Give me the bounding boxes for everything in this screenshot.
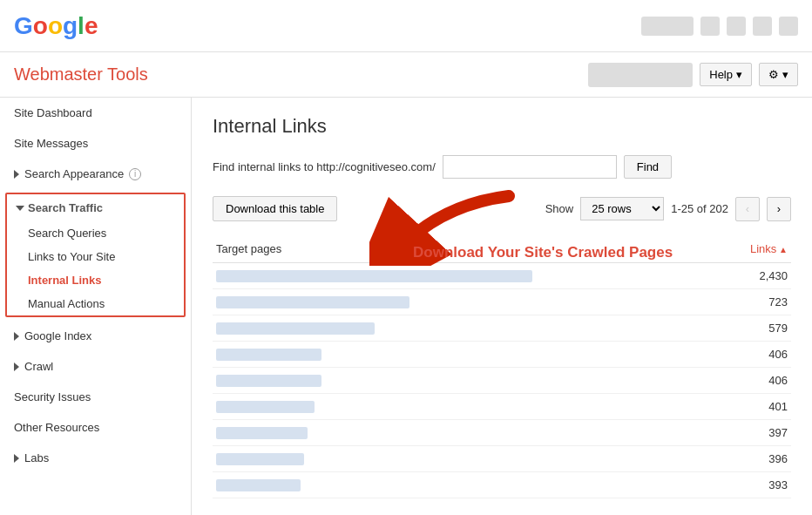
table-cell-url — [213, 472, 571, 498]
sidebar-item-google-index[interactable]: Google Index — [0, 321, 191, 351]
pagination-controls: Show 25 rows 1-25 of 202 ‹ › — [545, 197, 791, 221]
sidebar-sub-search-queries[interactable]: Search Queries — [7, 221, 184, 245]
sidebar-item-dashboard[interactable]: Site Dashboard — [0, 98, 191, 128]
sidebar-item-search-traffic[interactable]: Search Traffic — [7, 194, 184, 221]
logo-o2: o — [48, 12, 63, 40]
table-cell-url — [213, 342, 571, 368]
table-cell-links: 401 — [571, 394, 791, 420]
header-icon-2 — [727, 17, 746, 36]
show-label: Show — [545, 202, 574, 215]
download-table-button[interactable]: Download this table — [213, 196, 337, 221]
annotation-text: Download Your Site's Crawled Pages — [413, 244, 673, 261]
table-row: 723 — [213, 289, 791, 315]
table-row: 393 — [213, 472, 791, 498]
table-row: 401 — [213, 394, 791, 420]
table-cell-links: 2,430 — [571, 263, 791, 289]
table-cell-url — [213, 368, 571, 394]
triangle-down-icon — [16, 206, 24, 211]
table-row: 2,430 — [213, 263, 791, 289]
table-cell-links: 406 — [571, 342, 791, 368]
sidebar-item-other-resources[interactable]: Other Resources — [0, 412, 191, 443]
sidebar-sub-internal-links[interactable]: Internal Links — [7, 268, 184, 292]
table-cell-links: 393 — [571, 472, 791, 498]
header-avatar — [641, 17, 694, 36]
gear-icon: ⚙ — [768, 68, 779, 81]
info-icon: i — [129, 168, 141, 180]
sidebar-sub-links-to-site[interactable]: Links to Your Site — [7, 245, 184, 268]
labs-triangle-icon — [14, 454, 19, 463]
sidebar-item-search-appearance[interactable]: Search Appearance i — [0, 159, 191, 189]
subheader-right: Help ▾ ⚙ ▾ — [588, 63, 798, 87]
prev-page-button[interactable]: ‹ — [735, 197, 760, 221]
triangle-right-icon — [14, 170, 19, 179]
logo-g2: g — [63, 12, 78, 40]
find-label: Find internal links to http://cognitives… — [213, 160, 436, 173]
logo-g: G — [14, 12, 33, 40]
table-cell-links: 396 — [571, 446, 791, 472]
subheader: Webmaster Tools Help ▾ ⚙ ▾ — [0, 52, 812, 98]
google-index-triangle-icon — [14, 332, 19, 341]
table-row: 396 — [213, 446, 791, 472]
table-cell-links: 723 — [571, 289, 791, 315]
page-title: Internal Links — [213, 115, 791, 138]
sidebar: Site Dashboard Site Messages Search Appe… — [0, 98, 192, 515]
sidebar-section-search-traffic: Search Traffic Search Queries Links to Y… — [5, 193, 186, 317]
table-row: 579 — [213, 315, 791, 342]
page-info: 1-25 of 202 — [671, 202, 728, 215]
webmaster-tools-title: Webmaster Tools — [14, 64, 148, 85]
find-button[interactable]: Find — [624, 155, 672, 179]
table-cell-url — [213, 420, 571, 446]
table-cell-links: 406 — [571, 368, 791, 394]
rows-per-page-select[interactable]: 25 rows — [580, 197, 664, 220]
sidebar-sub-manual-actions[interactable]: Manual Actions — [7, 292, 184, 315]
internal-links-table: Target pages Links 2,4307235794064064013… — [213, 235, 791, 498]
table-cell-links: 397 — [571, 420, 791, 446]
table-cell-url — [213, 446, 571, 472]
layout: Site Dashboard Site Messages Search Appe… — [0, 98, 812, 515]
next-page-button[interactable]: › — [767, 197, 791, 221]
sidebar-item-labs[interactable]: Labs — [0, 443, 191, 473]
logo-l: l — [78, 12, 85, 40]
find-links-row: Find internal links to http://cognitives… — [213, 155, 791, 179]
crawl-triangle-icon — [14, 363, 19, 371]
header-icon-1 — [700, 17, 720, 36]
logo-o1: o — [33, 12, 48, 40]
header-right — [641, 17, 798, 36]
sidebar-item-messages[interactable]: Site Messages — [0, 128, 191, 159]
logo-e: e — [85, 12, 98, 40]
header-icon-3 — [753, 17, 772, 36]
table-cell-url — [213, 289, 571, 315]
table-cell-url — [213, 315, 571, 342]
header-icon-4 — [779, 17, 798, 36]
table-cell-url — [213, 394, 571, 420]
table-row: 397 — [213, 420, 791, 446]
table-row: 406 — [213, 368, 791, 394]
sidebar-item-security[interactable]: Security Issues — [0, 382, 191, 412]
main-content: Internal Links Find internal links to ht… — [192, 98, 812, 515]
account-search — [588, 63, 693, 87]
settings-chevron-icon: ▾ — [782, 68, 788, 81]
table-row: 406 — [213, 342, 791, 368]
google-logo: Google — [14, 12, 98, 40]
table-cell-url — [213, 263, 571, 289]
find-input[interactable] — [443, 155, 617, 179]
header: Google — [0, 0, 812, 52]
table-cell-links: 579 — [571, 315, 791, 342]
help-chevron-icon: ▾ — [736, 68, 742, 81]
settings-button[interactable]: ⚙ ▾ — [759, 63, 798, 86]
help-button[interactable]: Help ▾ — [700, 63, 752, 86]
sidebar-item-crawl[interactable]: Crawl — [0, 351, 191, 382]
